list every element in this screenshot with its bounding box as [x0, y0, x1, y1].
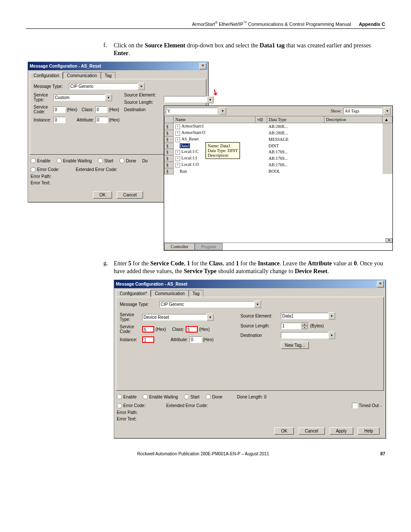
titlebar: Message Configuration - AS_Reset ×	[114, 280, 386, 288]
table-row[interactable]: § RunBOOL	[165, 168, 392, 174]
chevron-down-icon[interactable]: ▼	[207, 96, 214, 103]
tab-tag[interactable]: Tag	[101, 72, 115, 79]
service-code-label: Service Code:	[120, 324, 140, 334]
status-row: Enable Enable Waiting Start Done Done Le…	[114, 392, 386, 401]
done-radio: Done	[119, 158, 136, 163]
chevron-down-icon[interactable]: ▼	[328, 332, 335, 339]
tag-browser-header: Y.▼ Show: All Tags▼	[164, 106, 392, 116]
source-element-dropdown[interactable]: ▼	[164, 96, 214, 103]
instance-input[interactable]: 1	[142, 336, 154, 343]
scope-controller-tab[interactable]: Controller	[164, 243, 195, 250]
chevron-down-icon[interactable]: ▼	[384, 107, 391, 115]
tag-browser-panel: Y.▼ Show: All Tags▼ Name ≡⊟ Data Type De…	[164, 106, 393, 251]
doc-prefix: ArmorStart	[192, 22, 215, 27]
scope-program-tab[interactable]: Program	[195, 243, 222, 250]
class-label: Class:	[172, 327, 184, 332]
table-row[interactable]: §+ArmorStart:IAB:280E...	[165, 123, 392, 130]
stepper[interactable]: ▲▼	[302, 322, 308, 329]
chevron-down-icon[interactable]: ▼	[207, 314, 214, 321]
enable-waiting-radio: Enable Waiting	[143, 394, 178, 399]
attribute-input[interactable]: 0	[190, 336, 202, 343]
attribute-input[interactable]: 0	[96, 117, 108, 123]
bytes-label: (Bytes)	[310, 324, 324, 328]
step-text: Enter 5 for the Service Code, 1 for the …	[114, 260, 385, 275]
doc-mid: EtherNet/IP	[218, 22, 243, 27]
cancel-button[interactable]: Cancel	[299, 427, 325, 435]
service-code-input[interactable]: 0	[53, 106, 65, 113]
hex-label: (Hex)	[67, 107, 77, 112]
done-length-label: Done Length: 0	[237, 395, 266, 399]
table-row[interactable]: §+ArmorStart:OAB:280E...	[165, 130, 392, 136]
chevron-down-icon[interactable]: ▼	[219, 107, 226, 115]
source-element-select[interactable]: Data1	[281, 313, 328, 319]
show-select[interactable]: All Tags	[343, 108, 382, 114]
publication-info: Rockwell Automation Publication 280E-PM0…	[137, 451, 269, 456]
scroll-down-icon[interactable]: ▼	[386, 238, 392, 243]
class-input[interactable]: 1	[186, 326, 198, 333]
step-g: g. Enter 5 for the Service Code, 1 for t…	[103, 260, 385, 275]
titlebar: Message Configuration - AS_Reset ×	[28, 62, 208, 70]
service-type-label: Service Type:	[34, 93, 52, 102]
chevron-down-icon[interactable]: ▼	[138, 83, 145, 90]
destination-label: Destination	[240, 333, 279, 338]
hex-label: (Hex)	[203, 337, 213, 342]
class-label: Class:	[81, 107, 93, 112]
chevron-down-icon[interactable]: ▼	[254, 301, 261, 308]
chevron-down-icon[interactable]: ▼	[328, 312, 335, 320]
service-type-select[interactable]: Device Reset	[142, 314, 207, 320]
tab-configuration[interactable]: Configuration*	[116, 290, 151, 297]
error-row: Error Code: Extended Error Code: Timed O…	[114, 401, 386, 410]
enable-radio: Enable	[117, 394, 137, 399]
source-length-label: Source Length:	[240, 324, 279, 328]
table-row[interactable]: §+Local:1:IAB:1769...	[165, 155, 392, 162]
table-row[interactable]: §+Local:1:CAB:1769...	[165, 149, 392, 155]
close-icon[interactable]: ×	[199, 63, 206, 69]
help-button[interactable]: Help	[358, 427, 380, 435]
error-path-row: Error Path:	[114, 410, 386, 417]
step-text: Click on the Source Element drop-down bo…	[114, 42, 385, 57]
instance-label: Instance:	[34, 118, 52, 122]
col-desc[interactable]: Description	[324, 116, 382, 123]
instance-input[interactable]: 0	[53, 117, 65, 123]
service-type-select[interactable]: Custom	[53, 94, 105, 101]
extended-error-label: Extended Error Code:	[166, 403, 208, 408]
enable-radio: Enable	[31, 158, 50, 163]
destination-select[interactable]	[281, 332, 328, 339]
tab-body: Message Type: CIP Generic▼ Service Type:…	[116, 297, 384, 391]
service-code-input[interactable]: 5	[142, 326, 154, 333]
table-row[interactable]: §+Local:1:OAB:1769...	[165, 162, 392, 168]
class-input[interactable]: 0	[95, 106, 107, 113]
table-row[interactable]: §+AS_ResetMESSAGE	[165, 136, 392, 143]
hex-label: (Hex)	[109, 118, 119, 122]
tm-mark: ™	[243, 21, 247, 25]
col-datatype[interactable]: Data Type	[267, 116, 324, 123]
tab-configuration[interactable]: Configuration	[30, 72, 63, 79]
tab-communication[interactable]: Communication	[63, 72, 100, 79]
source-element-label: Source Element:	[124, 93, 158, 97]
timed-out-check[interactable]: Timed Out ←	[352, 403, 383, 408]
source-length-input[interactable]: 1	[281, 323, 302, 329]
source-length-label: Source Length:	[124, 100, 158, 105]
figure-2: Message Configuration - AS_Reset × Confi…	[114, 280, 385, 439]
page-header: ArmorStart® EtherNet/IP™ Communications …	[26, 21, 385, 29]
chevron-down-icon[interactable]: ▼	[105, 94, 112, 101]
message-type-select[interactable]: CIP Generic	[69, 83, 138, 90]
col-name[interactable]: Name	[174, 116, 255, 123]
filter-input[interactable]: Y.	[166, 108, 218, 114]
extended-error-label: Extended Error Code:	[76, 167, 118, 172]
error-code-radio: Error Code:	[117, 403, 146, 408]
ok-button[interactable]: OK	[274, 427, 293, 435]
table-row[interactable]: § Data1DINT	[165, 143, 392, 149]
cancel-button[interactable]: Cancel	[117, 191, 143, 199]
appendix-label: Appendix C	[359, 22, 385, 27]
tab-tag[interactable]: Tag	[189, 290, 203, 297]
ok-button[interactable]: OK	[93, 191, 112, 199]
close-icon[interactable]: ×	[377, 281, 384, 287]
tab-communication[interactable]: Communication	[151, 290, 188, 297]
new-tag-button[interactable]: New Tag...	[281, 342, 309, 349]
dialog-title: Message Configuration - AS_Reset	[116, 282, 187, 286]
apply-button[interactable]: Apply	[330, 427, 353, 435]
message-type-select[interactable]: CIP Generic	[159, 301, 254, 308]
tabstrip: Configuration*CommunicationTag	[114, 288, 386, 297]
scope-tabs: Controller Program	[164, 243, 392, 250]
